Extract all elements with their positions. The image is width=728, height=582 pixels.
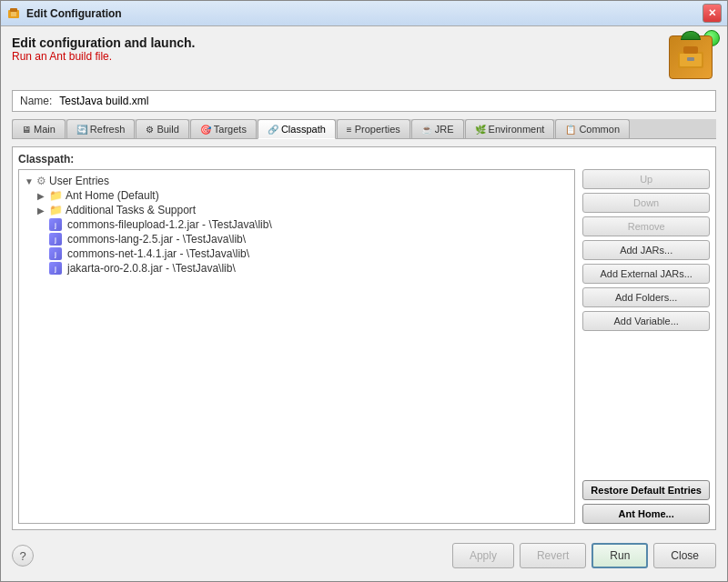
classpath-content: ▼ ⚙ User Entries ▶ 📁 Ant Home (Default) … (18, 169, 710, 524)
apply-button[interactable]: Apply (452, 543, 514, 568)
tab-build[interactable]: ⚙ Build (136, 119, 188, 138)
jar-1-label: commons-lang-2.5.jar - \TestJava\lib\ (67, 233, 246, 246)
classpath-panel: Classpath: ▼ ⚙ User Entries ▶ 📁 Ant Home… (12, 146, 716, 530)
svg-rect-1 (10, 8, 17, 12)
jre-tab-icon: ☕ (421, 125, 432, 135)
close-window-button[interactable]: ✕ (703, 4, 722, 23)
environment-tab-icon: 🌿 (475, 125, 486, 135)
add-external-jars-button[interactable]: Add External JARs... (582, 264, 710, 284)
help-button[interactable]: ? (12, 545, 34, 567)
jar-item-3[interactable]: ▶ j jakarta-oro-2.0.8.jar - \TestJava\li… (23, 261, 571, 276)
classpath-tree[interactable]: ▼ ⚙ User Entries ▶ 📁 Ant Home (Default) … (18, 169, 575, 524)
jar-1-icon: j (49, 233, 62, 246)
tab-refresh[interactable]: 🔄 Refresh (66, 119, 136, 138)
additional-tasks-folder-icon: 📁 (49, 204, 63, 216)
edit-configuration-window: Edit Configuration ✕ Edit configuration … (0, 0, 728, 582)
tab-environment[interactable]: 🌿 Environment (465, 119, 555, 138)
jar-0-label: commons-fileupload-1.2.jar - \TestJava\l… (67, 218, 272, 231)
tab-common[interactable]: 📋 Common (555, 119, 630, 138)
title-bar-left: Edit Configuration (6, 6, 122, 21)
remove-button[interactable]: Remove (582, 216, 710, 236)
header-text: Edit configuration and launch. Run an An… (12, 35, 195, 63)
tab-main[interactable]: 🖥 Main (12, 119, 66, 138)
jar-3-icon: j (49, 262, 62, 275)
additional-tasks-item[interactable]: ▶ 📁 Additional Tasks & Support (23, 203, 571, 217)
svg-rect-2 (11, 12, 16, 16)
targets-tab-icon: 🎯 (200, 125, 211, 135)
jar-item-0[interactable]: ▶ j commons-fileupload-1.2.jar - \TestJa… (23, 217, 571, 232)
name-row: Name: TestJava build.xml (12, 90, 716, 112)
classpath-tab-icon: 🔗 (268, 125, 278, 135)
user-entries-item[interactable]: ▼ ⚙ User Entries (23, 174, 571, 188)
jar-item-2[interactable]: ▶ j commons-net-1.4.1.jar - \TestJava\li… (23, 246, 571, 261)
ant-home-label: Ant Home (Default) (66, 189, 159, 202)
refresh-tab-icon: 🔄 (76, 125, 87, 135)
jar-2-label: commons-net-1.4.1.jar - \TestJava\lib\ (67, 247, 249, 260)
classpath-buttons: Up Down Remove Add JARs... Add External … (582, 169, 710, 524)
header-subtitle: Run an Ant build file. (12, 50, 195, 63)
toolbox-icon (669, 35, 713, 79)
tab-classpath[interactable]: 🔗 Classpath (258, 119, 336, 139)
user-entries-label: User Entries (49, 175, 109, 187)
window-title: Edit Configuration (26, 7, 122, 20)
ant-home-expand: ▶ (37, 191, 46, 201)
svg-rect-6 (687, 57, 694, 61)
properties-tab-icon: ≡ (347, 125, 352, 135)
common-tab-icon: 📋 (565, 125, 576, 135)
tab-jre[interactable]: ☕ JRE (411, 119, 464, 138)
svg-rect-4 (683, 46, 698, 54)
user-entries-expand: ▼ (25, 176, 34, 186)
jar-2-icon: j (49, 247, 62, 260)
name-value: TestJava build.xml (59, 95, 708, 107)
content-area: Edit configuration and launch. Run an An… (1, 26, 727, 581)
down-button[interactable]: Down (582, 193, 710, 213)
jar-3-label: jakarta-oro-2.0.8.jar - \TestJava\lib\ (67, 262, 236, 275)
restore-default-button[interactable]: Restore Default Entries (582, 480, 710, 500)
add-folders-button[interactable]: Add Folders... (582, 287, 710, 307)
ant-home-item[interactable]: ▶ 📁 Ant Home (Default) (23, 188, 571, 203)
title-bar: Edit Configuration ✕ (1, 1, 727, 26)
header-title: Edit configuration and launch. (12, 35, 195, 50)
tab-targets[interactable]: 🎯 Targets (190, 119, 257, 138)
jar-0-icon: j (49, 218, 62, 231)
main-tab-icon: 🖥 (22, 125, 31, 135)
close-button[interactable]: Close (653, 543, 716, 568)
ant-home-button[interactable]: Ant Home... (582, 504, 710, 524)
add-jars-button[interactable]: Add JARs... (582, 240, 710, 260)
user-entries-icon: ⚙ (36, 175, 46, 187)
header-section: Edit configuration and launch. Run an An… (12, 35, 716, 83)
additional-tasks-expand: ▶ (37, 206, 46, 216)
build-tab-icon: ⚙ (146, 125, 154, 135)
window-controls: ✕ (703, 4, 722, 23)
ant-home-folder-icon: 📁 (49, 189, 63, 202)
run-button[interactable]: Run (592, 543, 648, 568)
footer-right: Apply Revert Run Close (452, 543, 716, 568)
name-label: Name: (20, 95, 52, 107)
window-icon (6, 6, 21, 21)
footer-buttons: ? Apply Revert Run Close (12, 537, 716, 572)
tabs-bar: 🖥 Main 🔄 Refresh ⚙ Build 🎯 Targets 🔗 Cla… (12, 119, 716, 139)
classpath-label: Classpath: (18, 153, 710, 166)
revert-button[interactable]: Revert (520, 543, 586, 568)
footer-left: ? (12, 545, 34, 567)
toolbox-icon-container (669, 35, 716, 83)
add-variable-button[interactable]: Add Variable... (582, 311, 710, 331)
additional-tasks-label: Additional Tasks & Support (66, 204, 196, 216)
up-button[interactable]: Up (582, 169, 710, 189)
jar-item-1[interactable]: ▶ j commons-lang-2.5.jar - \TestJava\lib… (23, 232, 571, 246)
tab-properties[interactable]: ≡ Properties (337, 119, 410, 138)
